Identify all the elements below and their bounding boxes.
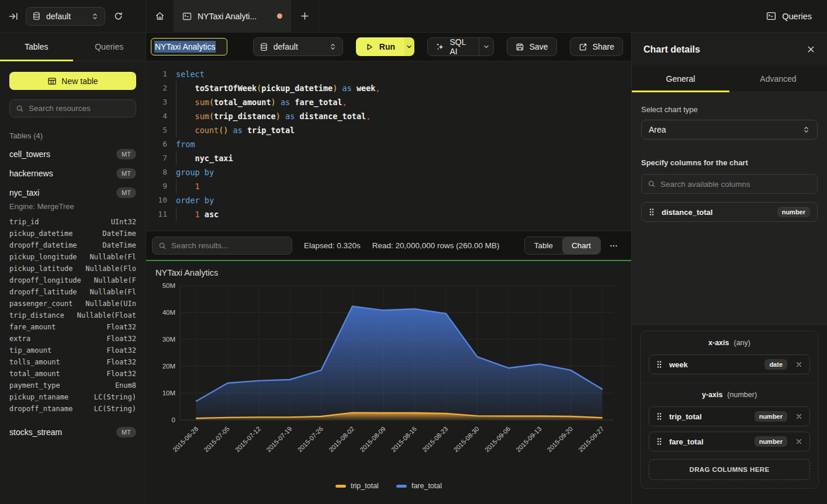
columns-search[interactable] [641,174,818,194]
sql-ai-button[interactable]: SQL AI [428,38,479,55]
home-button[interactable] [146,0,174,32]
drag-handle-icon[interactable] [656,360,662,369]
query-title-input[interactable]: NYTaxi Analytics [151,38,227,55]
column-name: fare_total [669,437,748,446]
view-toggle: Table Chart [524,237,601,255]
engine-badge: MT [116,427,136,437]
save-button[interactable]: Save [507,37,557,56]
run-database-selector[interactable]: default [253,37,343,56]
share-button[interactable]: Share [570,37,623,56]
y-axis-item-trip-total[interactable]: trip_total number [649,406,810,426]
legend-label: trip_total [351,482,379,490]
remove-icon[interactable] [795,361,802,368]
share-icon [579,43,587,51]
column-row: pickup_longitudeNullable(Fl [9,251,136,263]
x-axis-item-week[interactable]: week date [649,354,810,374]
remove-icon[interactable] [795,413,802,420]
x-tick-label: 2015-09-27 [577,425,605,453]
chart-panel: NYTaxi Analytics 010M20M30M40M50M2015-06… [146,260,631,504]
column-row: dropoff_longitudeNullable(F [9,274,136,286]
y-axis-item-fare-total[interactable]: fare_total number [649,432,810,451]
tab-advanced[interactable]: Advanced [729,66,827,92]
chevron-updown-icon [802,126,810,134]
chart-type-select[interactable]: Area [641,120,818,140]
table-row-cell-towers[interactable]: cell_towers MT [9,144,136,164]
view-toggle-table[interactable]: Table [525,237,562,254]
sql-ai-caret[interactable] [479,38,493,55]
y-tick-label: 20M [162,363,175,370]
run-database-value: default [274,42,298,51]
more-options-icon[interactable] [609,241,618,251]
columns-search-input[interactable] [660,180,811,189]
table-row-nyc-taxi[interactable]: nyc_taxi MT [9,183,136,202]
code-line: 11 1 asc [146,207,631,221]
refresh-icon[interactable] [113,11,123,21]
tab-nytaxi-analytics[interactable]: NYTaxi Analyti... [174,0,291,32]
database-icon [259,43,268,51]
column-type-badge: number [777,207,810,217]
chart-details-tabs: General Advanced [632,66,827,92]
run-button[interactable]: Run [356,37,404,56]
results-search[interactable] [152,237,292,255]
y-tick-label: 40M [162,309,175,316]
sidebar-search[interactable] [9,99,136,117]
sparkle-icon [435,42,445,51]
x-axis-section: x-axis (any) week date [641,331,818,383]
x-tick-label: 2015-09-20 [546,425,574,453]
tab-label: NYTaxi Analyti... [198,12,257,21]
tab-general[interactable]: General [632,66,729,92]
collapse-sidebar-icon[interactable] [8,11,19,22]
x-tick-label: 2015-09-06 [483,425,511,453]
engine-badge: MT [116,149,136,159]
table-name: cell_towers [9,150,50,159]
table-name: hackernews [9,169,53,178]
drop-columns-zone[interactable]: DRAG COLUMNS HERE [649,459,810,480]
table-row-hackernews[interactable]: hackernews MT [9,164,136,183]
sidebar-search-input[interactable] [29,104,130,113]
unsaved-changes-dot [277,13,282,19]
drag-handle-icon[interactable] [656,412,662,420]
run-options-caret[interactable] [404,37,414,56]
sidebar: Tables Queries New table Tables (4) [0,33,146,504]
share-label: Share [593,42,614,51]
search-icon [648,180,656,188]
column-type-badge: date [764,359,787,370]
drag-handle-icon[interactable] [656,437,662,446]
chart-legend: trip_totalfare_total [146,472,631,499]
sidebar-tab-queries[interactable]: Queries [73,33,146,61]
x-tick-label: 2015-09-13 [514,425,542,453]
x-tick-label: 2015-08-09 [358,425,386,453]
chart-details-title: Chart details [643,44,700,55]
area-chart: 010M20M30M40M50M2015-06-282015-07-052015… [146,279,631,472]
column-row: dropoff_latitudeNullable(Fl [9,286,136,298]
queries-button[interactable]: Queries [766,0,827,32]
chart-type-label: Select chart type [641,105,818,114]
results-search-input[interactable] [171,241,286,250]
column-row: tip_amountFloat32 [9,345,136,356]
table-row-stocks-stream[interactable]: stocks_stream MT [9,422,136,442]
new-table-button[interactable]: New table [9,72,136,90]
available-column-distance-total[interactable]: distance_total number [641,202,818,222]
x-tick-label: 2015-08-23 [421,425,449,453]
column-row: extraFloat32 [9,333,136,345]
x-tick-label: 2015-07-26 [296,425,324,453]
sql-ai-button-group: SQL AI [427,37,494,56]
search-icon [158,242,167,250]
legend-item-trip_total[interactable]: trip_total [335,482,379,490]
column-name: week [669,360,757,369]
sidebar-tab-tables[interactable]: Tables [0,33,73,61]
view-toggle-chart[interactable]: Chart [562,237,600,254]
new-tab-button[interactable] [291,0,319,32]
legend-item-fare_total[interactable]: fare_total [396,482,442,490]
column-row: passenger_countNullable(UIn [9,298,136,310]
remove-icon[interactable] [795,438,802,445]
sql-ai-label: SQL AI [450,37,471,56]
y-tick-label: 0 [172,416,175,423]
code-line: 3 sum(total_amount) as fare_total, [146,95,631,109]
drag-handle-icon[interactable] [649,208,655,216]
sidebar-tabs: Tables Queries [0,33,146,61]
database-selector[interactable]: default [26,7,105,26]
chart-details-header: Chart details [632,33,827,66]
close-icon[interactable] [807,45,815,54]
sql-editor[interactable]: 1select2 toStartOfWeek(pickup_datetime) … [146,61,631,231]
